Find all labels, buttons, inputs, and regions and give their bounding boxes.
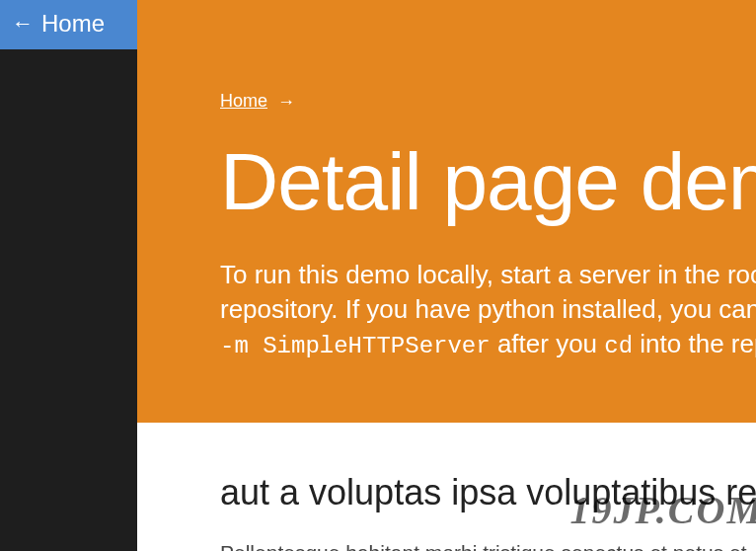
arrow-right-icon: → — [277, 93, 295, 111]
intro-text-1: To run this demo locally, start a server… — [220, 260, 756, 289]
content-heading: aut a voluptas ipsa voluptatibus repelle… — [220, 472, 756, 513]
intro-text-3: after you — [491, 329, 605, 358]
breadcrumb: Home → — [220, 91, 756, 112]
page-title: Detail page demo — [220, 135, 756, 228]
sidebar: ← Home — [0, 0, 137, 551]
arrow-left-icon: ← — [12, 13, 34, 35]
content-paragraph: Pellentesque habitant morbi tristique se… — [220, 541, 756, 551]
code-snippet-1: -m SimpleHTTPServer — [220, 333, 491, 359]
home-button-label: Home — [41, 10, 105, 38]
content-section: aut a voluptas ipsa voluptatibus repelle… — [137, 423, 756, 551]
main-content: Home → Detail page demo To run this demo… — [137, 0, 756, 551]
intro-text-4: into the repo. — [633, 329, 756, 358]
code-snippet-2: cd — [604, 333, 633, 359]
hero-section: Home → Detail page demo To run this demo… — [137, 0, 756, 423]
intro-text-2: repository. If you have python installed… — [220, 294, 756, 324]
hero-intro-text: To run this demo locally, start a server… — [220, 258, 756, 363]
breadcrumb-home-link[interactable]: Home — [220, 91, 267, 112]
home-button[interactable]: ← Home — [0, 0, 137, 49]
